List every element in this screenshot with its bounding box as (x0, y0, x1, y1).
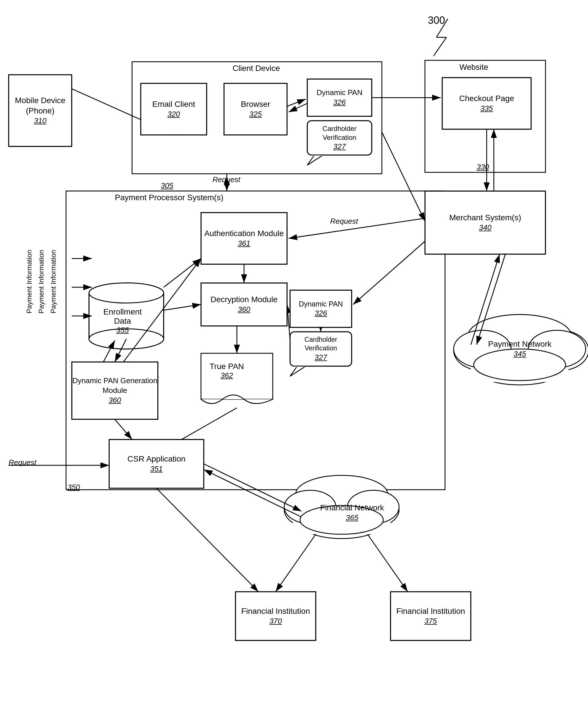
mobile-device-ref: 310 (34, 116, 46, 126)
payment-info-label-3: Payment Information (49, 250, 57, 313)
payment-processor-ref: 350 (68, 482, 80, 492)
enrollment-data-label: Enrollment Data 355 (103, 307, 142, 335)
client-device-ref: 305 (161, 181, 173, 190)
request-label-bottom: Request (9, 458, 37, 467)
mobile-device-box: Mobile Device (Phone) 310 (9, 75, 72, 147)
svg-line-76 (115, 419, 132, 439)
cardholder-ver-mid-box: Cardholder Verification 327 (290, 332, 352, 366)
dynamic-pan-gen-box: Dynamic PAN Generation Module 360 (72, 362, 158, 419)
browser-box: Browser 325 (224, 83, 287, 135)
svg-line-78 (204, 464, 301, 511)
email-client-label: Email Client (152, 99, 195, 110)
financial-inst-2-box: Financial Institution 375 (390, 592, 471, 640)
checkout-page-label: Checkout Page (459, 93, 514, 104)
merchant-system-box: Merchant System(s) 340 (425, 191, 546, 254)
true-pan-label: True PAN 362 (210, 362, 244, 380)
cardholder-ver-top-ref: 327 (333, 142, 346, 152)
checkout-page-box: Checkout Page 335 (442, 78, 531, 129)
auth-module-label: Authentication Module (204, 228, 284, 239)
csr-app-ref: 351 (150, 464, 163, 474)
client-device-label: Client Device (233, 64, 280, 73)
financial-network-label: Financial Network 365 (320, 503, 384, 523)
diagram-number: 300 (428, 14, 445, 27)
diagram: 300 Mobile Device (Phone) 310 Client Dev… (0, 0, 588, 706)
dynamic-pan-gen-label: Dynamic PAN Generation Module (72, 376, 157, 395)
email-client-ref: 320 (167, 110, 180, 119)
svg-line-75 (353, 241, 425, 305)
dynamic-pan-mid-ref: 326 (315, 309, 327, 318)
financial-inst-1-label: Financial Institution (241, 606, 310, 616)
dynamic-pan-top-ref: 326 (333, 97, 346, 108)
browser-ref: 325 (249, 110, 261, 119)
csr-app-box: CSR Application 351 (109, 439, 204, 488)
email-client-box: Email Client 320 (141, 83, 207, 135)
payment-info-label-2: Payment Information (37, 250, 45, 313)
dynamic-pan-mid-box: Dynamic PAN 326 (290, 290, 352, 327)
decryption-module-label: Decryption Module (210, 295, 277, 305)
cardholder-ver-top-label: Cardholder Verification (308, 124, 371, 142)
svg-line-5 (433, 37, 447, 56)
financial-inst-2-label: Financial Institution (396, 606, 465, 616)
svg-line-84 (157, 488, 258, 592)
svg-line-81 (368, 534, 408, 592)
mobile-device-label: Mobile Device (Phone) (9, 95, 71, 116)
website-label: Website (459, 63, 488, 72)
dynamic-pan-gen-ref: 360 (109, 395, 121, 405)
svg-line-69 (164, 305, 201, 310)
svg-line-80 (276, 534, 316, 592)
payment-network-label: Payment Network 345 (488, 339, 551, 359)
cardholder-ver-top-box: Cardholder Verification 327 (307, 121, 372, 155)
auth-module-box: Authentication Module 361 (201, 212, 287, 264)
request-label-top: Request (212, 175, 240, 184)
merchant-system-label: Merchant System(s) (449, 212, 521, 223)
svg-line-63 (382, 132, 425, 221)
merchant-system-ref: 340 (479, 223, 491, 233)
svg-line-79 (204, 470, 301, 517)
payment-processor-label: Payment Processor System(s) (115, 193, 223, 202)
financial-inst-1-ref: 370 (269, 616, 282, 626)
dynamic-pan-top-box: Dynamic PAN 326 (307, 79, 372, 116)
website-ref: 330 (476, 162, 489, 171)
cardholder-ver-mid-ref: 327 (315, 353, 327, 362)
financial-inst-1-box: Financial Institution 370 (236, 592, 316, 640)
checkout-page-ref: 335 (480, 104, 493, 113)
cardholder-ver-mid-label: Cardholder Verification (291, 336, 351, 353)
decryption-module-box: Decryption Module 360 (201, 283, 287, 326)
auth-module-ref: 361 (238, 239, 250, 248)
svg-point-29 (89, 283, 164, 303)
dynamic-pan-top-label: Dynamic PAN (317, 88, 363, 97)
payment-info-label-1: Payment Information (25, 250, 33, 313)
request-label-mid: Request (330, 217, 358, 226)
browser-label: Browser (241, 99, 270, 110)
csr-app-label: CSR Application (127, 454, 185, 464)
dynamic-pan-mid-label: Dynamic PAN (299, 299, 343, 309)
decryption-module-ref: 360 (238, 305, 250, 315)
financial-inst-2-ref: 375 (424, 616, 437, 626)
